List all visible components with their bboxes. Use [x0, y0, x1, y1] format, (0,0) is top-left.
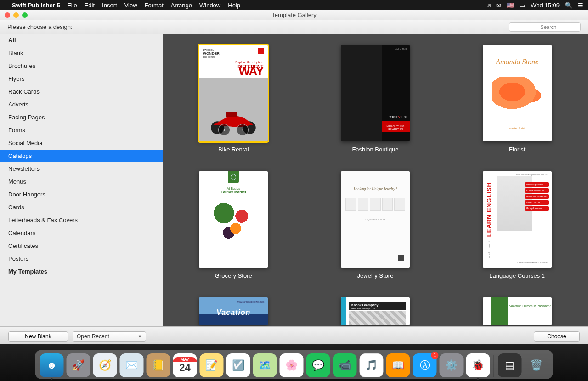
- sidebar-item-menus[interactable]: Menus: [0, 175, 163, 188]
- macos-menubar: Swift Publisher 5 File Edit Insert View …: [0, 0, 588, 10]
- template-card[interactable]: www.florida-english-school.comwelcome to…: [483, 171, 552, 279]
- dock-finder[interactable]: ☻: [40, 353, 64, 377]
- template-thumb-vac[interactable]: www.paradisebreezes.comVacation: [199, 297, 268, 325]
- dock-system-preferences[interactable]: ⚙️: [440, 353, 464, 377]
- template-thumb-fashion[interactable]: catalog 2012TREXUSNEW CLOTHING COLLECTIO…: [341, 45, 410, 141]
- control-center-icon[interactable]: ☰: [578, 2, 583, 9]
- dock-appstore[interactable]: Ⓐ: [413, 353, 437, 377]
- sidebar-item-door-hangers[interactable]: Door Hangers: [0, 188, 163, 201]
- template-thumb-vhomes[interactable]: Vacation Homes in Pasadena: [483, 297, 552, 325]
- sidebar-item-certificates[interactable]: Certificates: [0, 240, 163, 252]
- app-menu[interactable]: Swift Publisher 5: [12, 2, 60, 9]
- dock-reminders[interactable]: ☑️: [226, 353, 250, 377]
- template-card[interactable]: www.paradisebreezes.comVacation: [199, 297, 268, 325]
- window-titlebar[interactable]: Template Gallery: [0, 10, 588, 20]
- template-card[interactable]: Amanda Stonemaster floristFlorist: [483, 45, 552, 153]
- dock-calendar[interactable]: MAY24: [173, 353, 197, 377]
- sidebar-item-blank[interactable]: Blank: [0, 47, 163, 60]
- sidebar-item-adverts[interactable]: Adverts: [0, 98, 163, 111]
- template-card[interactable]: At Buck'sFarmer MarketGrocery Store: [199, 171, 268, 279]
- window-zoom-button[interactable]: [22, 12, 28, 18]
- sidebar-item-rack-cards[interactable]: Rack Cards: [0, 85, 163, 98]
- sidebar-item-catalogs[interactable]: Catalogs: [0, 150, 163, 162]
- sidebar-item-newsletters[interactable]: Newsletters: [0, 162, 163, 175]
- menu-edit[interactable]: Edit: [85, 2, 95, 9]
- menu-help[interactable]: Help: [228, 2, 240, 9]
- menu-window[interactable]: Window: [199, 2, 220, 9]
- status-notifications-icon[interactable]: ✉︎: [496, 2, 501, 9]
- dock-contacts[interactable]: 📒: [147, 353, 170, 377]
- sidebar-item-cards[interactable]: Cards: [0, 201, 163, 214]
- template-label: Grocery Store: [215, 272, 252, 279]
- template-card[interactable]: Knopka companywww.knopkacomp.com: [341, 297, 410, 325]
- template-thumb-knopka[interactable]: Knopka companywww.knopkacomp.com: [341, 297, 410, 325]
- template-card[interactable]: 2WHEELWONDERBike RentalExplore the city …: [199, 45, 268, 153]
- gallery-toolbar: Please choose a design:: [0, 20, 588, 34]
- template-label: Florist: [509, 146, 525, 153]
- template-thumb-grocery[interactable]: At Buck'sFarmer Market: [199, 171, 268, 268]
- menu-view[interactable]: View: [124, 2, 137, 9]
- sidebar-item-brochures[interactable]: Brochures: [0, 60, 163, 73]
- template-thumb-jewel[interactable]: Looking for Unique Jewelry?Organize and …: [341, 171, 410, 268]
- dock-trash[interactable]: 🗑️: [525, 353, 548, 377]
- sidebar-item-forms[interactable]: Forms: [0, 124, 163, 137]
- template-thumb-florist[interactable]: Amanda Stonemaster florist: [483, 45, 552, 141]
- choose-design-label: Please choose a design:: [7, 23, 73, 30]
- dock-launchpad[interactable]: 🚀: [67, 353, 90, 377]
- template-card[interactable]: catalog 2012TREXUSNEW CLOTHING COLLECTIO…: [341, 45, 410, 153]
- sidebar-item-calendars[interactable]: Calendars: [0, 227, 163, 240]
- dock-swift-publisher[interactable]: 🐞: [466, 353, 490, 377]
- sidebar-item-facing-pages[interactable]: Facing Pages: [0, 111, 163, 124]
- window-close-button[interactable]: [5, 12, 10, 18]
- open-recent-label: Open Recent: [77, 333, 109, 340]
- template-label: Jewelry Store: [357, 272, 394, 279]
- status-airplay-icon[interactable]: ⎚: [487, 2, 491, 9]
- template-gallery-window: Template Gallery Please choose a design:…: [0, 10, 588, 346]
- dock-photos[interactable]: 🌸: [280, 353, 304, 377]
- dock-safari[interactable]: 🧭: [93, 353, 117, 377]
- dock-itunes[interactable]: 🎵: [360, 353, 384, 377]
- window-minimize-button[interactable]: [13, 12, 19, 18]
- template-label: Language Courses 1: [489, 272, 545, 279]
- sidebar-item-flyers[interactable]: Flyers: [0, 73, 163, 85]
- new-blank-button[interactable]: New Blank: [8, 331, 68, 342]
- status-flag-icon[interactable]: 🇺🇸: [507, 2, 514, 9]
- sidebar-item-posters[interactable]: Posters: [0, 252, 163, 265]
- menu-insert[interactable]: Insert: [102, 2, 117, 9]
- chevron-updown-icon: ▼: [138, 334, 142, 339]
- dock-notes[interactable]: 📝: [200, 353, 224, 377]
- menu-format[interactable]: Format: [145, 2, 164, 9]
- dock-ibooks[interactable]: 📖: [386, 353, 410, 377]
- template-gallery[interactable]: 2WHEELWONDERBike RentalExplore the city …: [163, 34, 588, 326]
- template-thumb-lang[interactable]: www.florida-english-school.comwelcome to…: [483, 171, 552, 268]
- template-card[interactable]: Looking for Unique Jewelry?Organize and …: [341, 171, 410, 279]
- sidebar-item-letterheads-fax-covers[interactable]: Letterheads & Fax Covers: [0, 214, 163, 227]
- sidebar-item-social-media[interactable]: Social Media: [0, 137, 163, 150]
- search-input[interactable]: [509, 22, 581, 32]
- dock-messages[interactable]: 💬: [306, 353, 330, 377]
- prev-page-icon[interactable]: ‹: [218, 124, 230, 136]
- window-title: Template Gallery: [271, 11, 317, 18]
- menubar-clock[interactable]: Wed 15:09: [531, 2, 560, 9]
- sidebar-item-all[interactable]: All: [0, 34, 163, 47]
- template-thumb-bike[interactable]: 2WHEELWONDERBike RentalExplore the city …: [199, 45, 268, 141]
- sidebar-item-my-templates[interactable]: My Templates: [0, 265, 163, 278]
- dock-maps[interactable]: 🗺️: [253, 353, 277, 377]
- open-recent-select[interactable]: Open Recent ▼: [73, 331, 146, 342]
- spotlight-icon[interactable]: 🔍: [565, 2, 572, 9]
- dock-recent-document[interactable]: ▤: [498, 353, 522, 377]
- menu-arrange[interactable]: Arrange: [171, 2, 192, 9]
- menu-file[interactable]: File: [68, 2, 77, 9]
- template-label: Bike Rental: [218, 146, 249, 153]
- dock-facetime[interactable]: 📹: [333, 353, 357, 377]
- template-card[interactable]: Vacation Homes in Pasadena: [483, 297, 552, 325]
- next-page-icon[interactable]: ›: [237, 124, 249, 136]
- dock-mail[interactable]: ✉️: [120, 353, 144, 377]
- status-display-icon[interactable]: ▭: [520, 2, 525, 9]
- svg-rect-4: [226, 112, 237, 117]
- category-sidebar: AllBlankBrochuresFlyersRack CardsAdverts…: [0, 34, 163, 326]
- choose-button[interactable]: Choose: [534, 331, 580, 342]
- gallery-footer: New Blank Open Recent ▼ Choose: [0, 326, 588, 346]
- template-label: Fashion Boutique: [352, 146, 398, 153]
- dock: ☻ 🚀 🧭 ✉️ 📒 MAY24 📝 ☑️ 🗺️ 🌸 💬 📹 🎵 📖 Ⓐ ⚙️ …: [35, 350, 553, 379]
